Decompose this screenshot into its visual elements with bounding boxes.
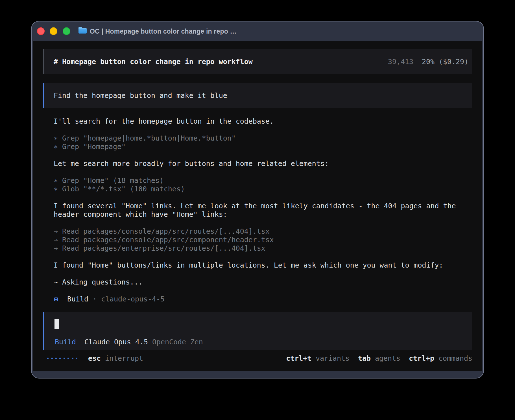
assistant-text: I found several "Home" links. Let me loo… xyxy=(54,202,472,210)
separator-dot: · xyxy=(88,295,101,303)
terminal-content[interactable]: # Homepage button color change in repo w… xyxy=(33,41,482,371)
agent-name: Build xyxy=(67,295,88,303)
window-title: OC | Homepage button color change in rep… xyxy=(90,21,237,41)
input-provider: OpenCode Zen xyxy=(152,338,203,346)
input-agent[interactable]: Build xyxy=(55,338,76,346)
assistant-text: I'll search for the homepage button in t… xyxy=(54,117,472,126)
traffic-lights xyxy=(37,27,76,35)
folder-icon xyxy=(78,27,87,35)
assistant-text: header component which have "Home" links… xyxy=(54,210,472,219)
status-bar: esc interrupt ctrl+t variants tab agents… xyxy=(43,354,472,363)
ctrl-t-key[interactable]: ctrl+t xyxy=(286,354,311,362)
tool-call: ∗ Glob "**/*.tsx" (100 matches) xyxy=(54,185,472,193)
esc-hint[interactable]: esc interrupt xyxy=(88,354,143,363)
context-cost: 20% ($0.29) xyxy=(422,58,468,66)
tool-call: → Read packages/console/app/src/componen… xyxy=(54,236,472,244)
token-count: 39,413 xyxy=(388,58,413,66)
close-button[interactable] xyxy=(37,27,45,35)
tool-call: → Read packages/enterprise/src/routes/[.… xyxy=(54,244,472,253)
tool-call: ∗ Grep "Home" (18 matches) xyxy=(54,176,472,185)
titlebar[interactable]: OC | Homepage button color change in rep… xyxy=(32,21,483,41)
model-name: claude-opus-4-5 xyxy=(101,295,165,303)
zoom-button[interactable] xyxy=(63,27,70,35)
tab-key[interactable]: tab xyxy=(358,354,371,362)
minimize-button[interactable] xyxy=(50,27,57,35)
esc-key[interactable]: esc xyxy=(88,354,101,362)
assistant-text: Let me search more broadly for buttons a… xyxy=(54,159,472,168)
tool-call: ∗ Grep "Homepage" xyxy=(54,143,472,151)
spinner-dots xyxy=(47,354,80,363)
tool-call: ∗ Grep "homepage|home.*button|Home.*butt… xyxy=(54,134,472,143)
assistant-status: ~ Asking questions... xyxy=(54,278,472,286)
input-model[interactable]: Claude Opus 4.5 xyxy=(84,338,148,346)
user-message: Find the homepage button and make it blu… xyxy=(43,83,472,108)
user-message-text: Find the homepage button and make it blu… xyxy=(54,91,227,100)
build-agent-icon xyxy=(54,298,58,301)
text-cursor xyxy=(54,319,59,329)
input-status: Build Claude Opus 4.5 OpenCode Zen xyxy=(55,338,203,346)
tool-call: → Read packages/console/app/src/routes/[… xyxy=(54,227,472,236)
prompt-input[interactable]: Build Claude Opus 4.5 OpenCode Zen xyxy=(43,312,472,350)
assistant-text: I found "Home" buttons/links in multiple… xyxy=(54,261,472,270)
keyboard-hints: ctrl+t variants tab agents ctrl+p comman… xyxy=(286,354,472,363)
terminal-window: OC | Homepage button color change in rep… xyxy=(32,21,483,378)
session-stats: 39,413 20% ($0.29) xyxy=(388,58,468,66)
ctrl-p-key[interactable]: ctrl+p xyxy=(409,354,434,362)
session-header: # Homepage button color change in repo w… xyxy=(43,49,472,74)
session-title: # Homepage button color change in repo w… xyxy=(54,58,253,66)
agent-status-line: Build · claude-opus-4-5 xyxy=(54,295,472,303)
